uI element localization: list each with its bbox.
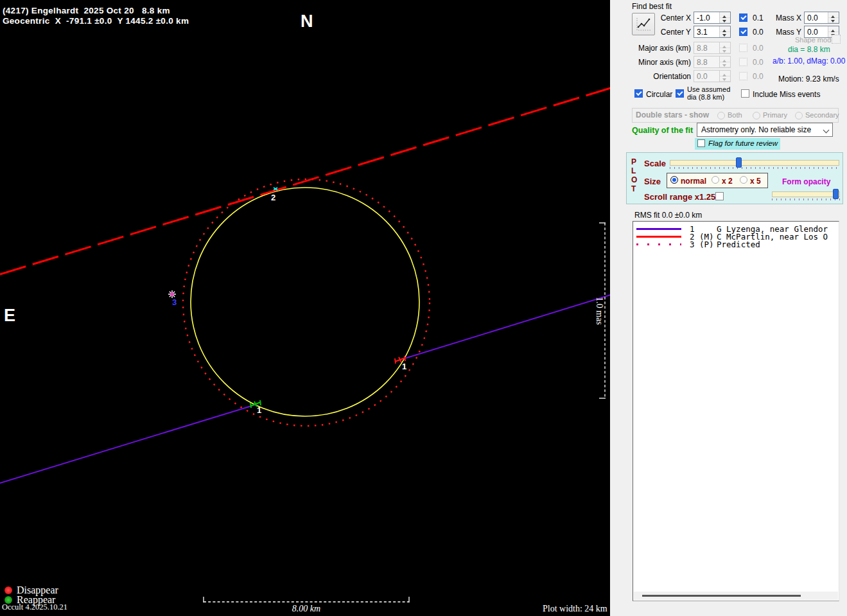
quality-of-fit-value: Astrometry only. No reliable size	[697, 125, 822, 134]
include-miss-events-checkbox[interactable]	[741, 89, 749, 98]
plot-letter-t: T	[631, 184, 636, 193]
shape-model-button[interactable]	[832, 35, 841, 44]
observer-row[interactable]: 3 (P) Predicted	[633, 240, 839, 249]
scrollbar-thumb[interactable]	[642, 595, 801, 597]
occultation-plot-canvas[interactable]: 8.00 km 1.0 mas	[0, 0, 611, 616]
disappear-dot-icon	[4, 586, 12, 594]
spin-up-icon	[720, 71, 730, 76]
center-x-field[interactable]: -1.0	[694, 12, 731, 24]
quality-of-fit-label: Quality of the fit	[632, 126, 693, 135]
shape-model-label: Shape model	[795, 36, 837, 44]
spin-up-icon	[720, 42, 730, 48]
observer-num: 3 (P)	[690, 240, 714, 249]
orientation-step-value: 0.0	[753, 72, 764, 81]
center-x-step-value: 0.1	[753, 13, 764, 22]
quality-of-fit-dropdown[interactable]: Astrometry only. No reliable size	[697, 123, 833, 137]
center-y-step-value: 0.0	[753, 28, 764, 37]
ab-dmag-readout: a/b: 1.00, dMag: 0.00	[773, 57, 845, 66]
spin-up-icon[interactable]	[828, 26, 839, 32]
find-best-fit-title: Find best fit	[632, 2, 672, 11]
form-opacity-slider-track[interactable]	[772, 191, 840, 197]
observed-chord-segment-west[interactable]	[0, 405, 256, 483]
orientation-step-checkbox	[739, 72, 747, 80]
scale-slider-track[interactable]	[670, 160, 839, 166]
plot-letter-l: L	[631, 166, 636, 175]
major-axis-spinner	[719, 42, 730, 53]
center-y-spinner[interactable]	[719, 26, 730, 37]
major-axis-step-value: 0.0	[753, 44, 764, 53]
minor-axis-value: 8.8	[694, 57, 719, 67]
size-normal-radio[interactable]	[670, 176, 678, 184]
chevron-down-icon[interactable]	[822, 123, 832, 136]
form-opacity-slider-ticks	[772, 198, 840, 200]
size-x5-radio[interactable]	[740, 176, 747, 184]
major-axis-label: Major axis (km)	[623, 44, 691, 53]
scroll-range-checkbox[interactable]	[715, 192, 724, 200]
plot-title-line1: (4217) Engelhardt 2025 Oct 20 8.8 km	[3, 6, 170, 15]
chord-label-1-disappear: 1	[402, 362, 406, 371]
form-opacity-slider-thumb[interactable]	[833, 189, 839, 199]
spin-up-icon[interactable]	[720, 26, 730, 32]
mas-scale-label: 1.0 mas	[595, 297, 604, 325]
asteroid-profile-circle	[191, 188, 419, 416]
flag-review-checkbox[interactable]	[697, 139, 705, 147]
observer-list[interactable]: 1 G Lyzenga, near Glendor 2 (M) C McPart…	[633, 221, 839, 601]
km-scale-label: 8.00 km	[292, 604, 320, 613]
use-assumed-dia-checkbox[interactable]	[676, 89, 684, 98]
include-miss-events-label: Include Miss events	[753, 90, 820, 99]
center-x-step-checkbox[interactable]	[739, 13, 747, 22]
double-stars-both-label: Both	[728, 111, 742, 119]
center-y-field[interactable]: 3.1	[694, 26, 731, 38]
form-opacity-label: Form opacity	[782, 177, 830, 186]
orientation-field: 0.0	[694, 70, 731, 82]
mass-x-value[interactable]: 0.0	[805, 12, 828, 23]
app-version: Occult 4.2025.10.21	[2, 603, 67, 612]
plot-svg: 8.00 km 1.0 mas	[0, 0, 611, 616]
size-normal-label: normal	[681, 177, 706, 186]
east-label: E	[4, 306, 15, 326]
circular-checkbox[interactable]	[634, 89, 643, 98]
spin-up-icon[interactable]	[720, 12, 730, 18]
use-assumed-label-2: dia (8.8 km)	[687, 93, 724, 101]
mass-x-label: Mass X	[772, 13, 801, 22]
orientation-value: 0.0	[694, 71, 719, 82]
predicted-profile-circle	[183, 179, 430, 426]
plot-letter-o: O	[631, 175, 637, 184]
mass-y-label: Mass Y	[772, 28, 801, 37]
mass-x-field[interactable]: 0.0	[804, 12, 839, 24]
horizontal-scrollbar[interactable]	[634, 592, 838, 600]
plot-width-label: Plot width: 24 km	[543, 604, 607, 614]
center-y-step-checkbox[interactable]	[739, 28, 747, 36]
spin-down-icon[interactable]	[720, 18, 730, 24]
observer-name: Predicted	[717, 240, 837, 249]
double-stars-secondary-radio	[795, 112, 803, 119]
occult-fit-window: 8.00 km 1.0 mas	[0, 0, 847, 616]
spin-down-icon	[720, 48, 730, 54]
predicted-star-center	[170, 292, 173, 295]
rms-fit-label: RMS fit 0.0 ±0.0 km	[634, 211, 702, 220]
major-axis-value: 8.8	[694, 42, 719, 53]
spin-down-icon[interactable]	[828, 18, 839, 24]
center-x-value[interactable]: -1.0	[694, 12, 719, 23]
observed-chord-segment-east[interactable]	[403, 295, 611, 359]
size-x2-radio[interactable]	[712, 176, 719, 184]
scale-slider-thumb[interactable]	[736, 157, 742, 168]
orientation-label: Orientation	[623, 72, 691, 81]
chord-3-swatch-icon	[636, 243, 681, 245]
minor-axis-label: Minor axis (km)	[623, 58, 691, 67]
miss-chord-line[interactable]	[0, 88, 611, 274]
spin-down-icon[interactable]	[720, 32, 730, 38]
km-scale-bar	[204, 597, 409, 603]
chord-label-2: 2	[271, 193, 275, 202]
center-y-label: Center Y	[649, 28, 691, 37]
size-x5-label: x 5	[750, 177, 761, 186]
scale-label: Scale	[644, 159, 666, 168]
center-x-spinner[interactable]	[719, 12, 730, 23]
double-stars-label: Double stars - show	[636, 110, 709, 119]
spin-down-icon	[720, 62, 730, 68]
spin-up-icon[interactable]	[828, 12, 839, 18]
center-y-value[interactable]: 3.1	[694, 26, 719, 37]
double-stars-both-radio	[717, 112, 725, 119]
flag-review-label: Flag for future review	[708, 139, 778, 147]
mass-x-spinner[interactable]	[828, 12, 839, 23]
